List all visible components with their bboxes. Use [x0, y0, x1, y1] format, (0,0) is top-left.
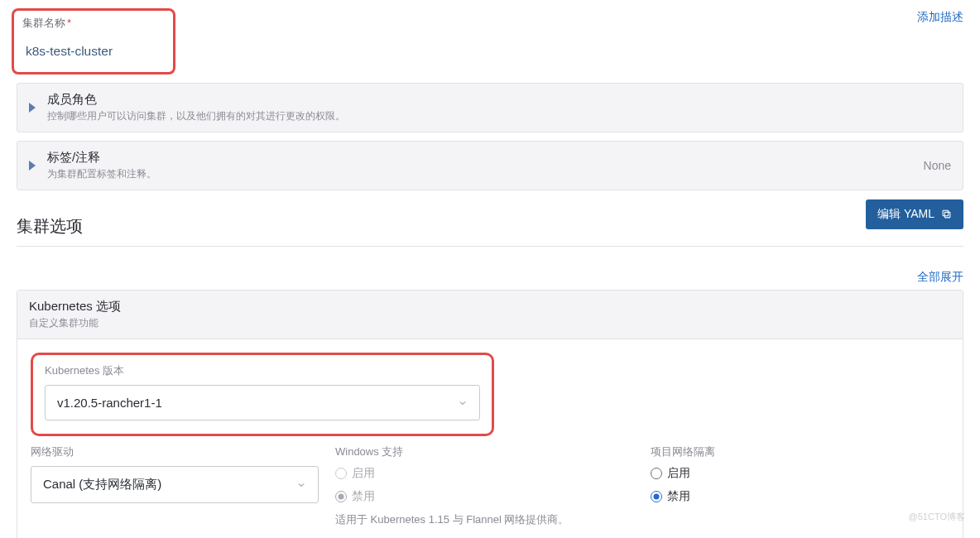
expand-icon[interactable] — [29, 161, 36, 171]
radio-icon — [651, 468, 662, 479]
add-description-link[interactable]: 添加描述 — [917, 8, 963, 25]
chevron-down-icon — [458, 398, 468, 408]
k8s-version-highlight: Kubernetes 版本 v1.20.5-rancher1-1 — [31, 353, 494, 436]
windows-support-label: Windows 支持 — [335, 444, 634, 459]
radio-icon — [335, 468, 347, 479]
k8s-version-select[interactable]: v1.20.5-rancher1-1 — [45, 385, 480, 420]
windows-support-help: 适用于 Kubernetes 1.15 与 Flannel 网络提供商。 — [335, 512, 634, 527]
kubernetes-options-card: Kubernetes 选项 自定义集群功能 Kubernetes 版本 v1.2… — [17, 290, 963, 538]
windows-enable-radio: 启用 — [335, 466, 634, 481]
windows-disable-radio: 禁用 — [335, 489, 634, 504]
svg-rect-1 — [943, 210, 949, 215]
cluster-options-heading: 集群选项 — [17, 215, 83, 238]
radio-icon — [651, 491, 662, 502]
members-panel[interactable]: 成员角色 控制哪些用户可以访问集群，以及他们拥有的对其进行更改的权限。 — [17, 83, 963, 132]
k8s-version-label: Kubernetes 版本 — [45, 363, 480, 378]
members-subtitle: 控制哪些用户可以访问集群，以及他们拥有的对其进行更改的权限。 — [47, 109, 951, 123]
radio-icon — [335, 491, 347, 502]
labels-panel[interactable]: 标签/注释 为集群配置标签和注释。 None — [17, 141, 963, 190]
network-driver-select[interactable]: Canal (支持网络隔离) — [31, 466, 319, 503]
k8s-options-title: Kubernetes 选项 — [29, 299, 951, 315]
cluster-name-label: 集群名称* — [19, 16, 168, 31]
expand-icon[interactable] — [29, 103, 36, 113]
copy-icon — [941, 209, 952, 219]
cluster-name-input[interactable] — [19, 36, 168, 67]
chevron-down-icon — [296, 480, 306, 490]
watermark: @51CTO博客 — [909, 511, 965, 523]
kubernetes-options-header[interactable]: Kubernetes 选项 自定义集群功能 — [17, 291, 963, 339]
members-title: 成员角色 — [47, 92, 951, 108]
edit-yaml-button[interactable]: 编辑 YAML — [866, 199, 963, 229]
svg-rect-0 — [944, 212, 950, 218]
network-driver-label: 网络驱动 — [31, 444, 319, 459]
labels-subtitle: 为集群配置标签和注释。 — [47, 167, 924, 181]
isolation-label: 项目网络隔离 — [651, 444, 949, 459]
labels-right-value: None — [924, 159, 951, 172]
k8s-options-subtitle: 自定义集群功能 — [29, 316, 951, 330]
required-star: * — [67, 17, 71, 29]
labels-title: 标签/注释 — [47, 150, 924, 166]
isolation-enable-radio[interactable]: 启用 — [651, 466, 949, 481]
expand-all-link[interactable]: 全部展开 — [917, 268, 963, 283]
isolation-disable-radio[interactable]: 禁用 — [651, 489, 949, 504]
